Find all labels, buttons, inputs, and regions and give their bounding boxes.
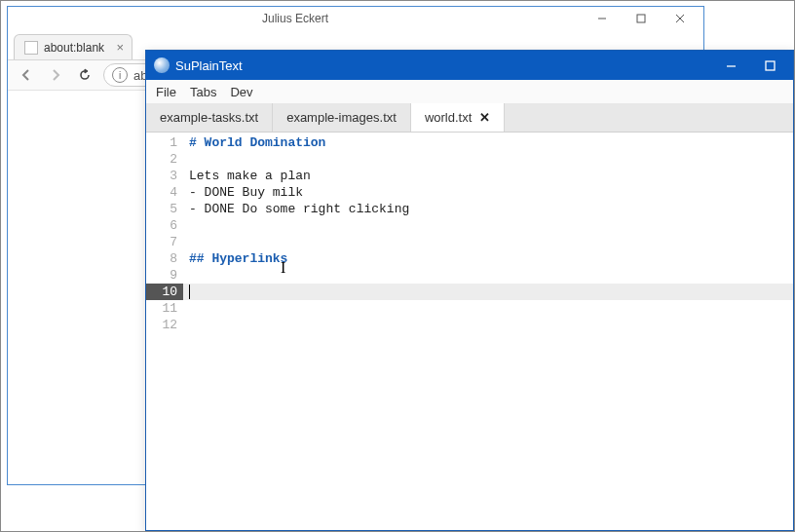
line-number: 12 <box>146 317 183 333</box>
page-icon <box>24 41 38 55</box>
line-number: 2 <box>146 151 183 168</box>
code-line[interactable]: # World Domination <box>183 134 793 151</box>
editor-tabstrip: example-tasks.txtexample-images.txtworld… <box>146 103 793 133</box>
reload-button[interactable] <box>74 64 95 86</box>
line-number: 10 <box>146 284 183 300</box>
info-icon: i <box>112 67 128 83</box>
code-line[interactable] <box>183 284 793 300</box>
editor-window: SuPlainText File Tabs Dev example-tasks.… <box>145 50 794 531</box>
editor-tab-label: example-tasks.txt <box>160 110 258 125</box>
editor-tab-label: world.txt <box>425 110 472 125</box>
code-line[interactable]: - DONE Buy milk <box>183 184 793 201</box>
close-icon[interactable]: ✕ <box>479 110 490 125</box>
code-area[interactable]: I # World DominationLets make a plan- DO… <box>183 133 793 530</box>
menu-tabs[interactable]: Tabs <box>190 85 216 99</box>
svg-rect-1 <box>637 15 645 22</box>
browser-tab-label: about:blank <box>44 41 104 55</box>
line-number: 3 <box>146 168 183 184</box>
tab-close-icon[interactable]: × <box>116 40 124 55</box>
editor-tab[interactable]: world.txt✕ <box>411 103 505 132</box>
menu-file[interactable]: File <box>156 85 176 99</box>
browser-titlebar: Julius Eckert <box>8 7 703 30</box>
editor-app-name: SuPlainText <box>175 58 711 73</box>
browser-window-title: Julius Eckert <box>8 12 583 25</box>
svg-rect-5 <box>766 61 775 70</box>
line-number: 4 <box>146 184 183 201</box>
code-line[interactable]: - DONE Do some right clicking <box>183 201 793 217</box>
code-line[interactable] <box>183 300 793 317</box>
editor-titlebar[interactable]: SuPlainText <box>146 51 793 80</box>
code-line[interactable] <box>183 317 793 333</box>
text-cursor-icon: I <box>281 259 285 277</box>
line-number: 1 <box>146 134 183 151</box>
editor-menubar: File Tabs Dev <box>146 80 793 103</box>
line-number: 8 <box>146 250 183 267</box>
editor-tab-label: example-images.txt <box>286 110 397 125</box>
browser-maximize-button[interactable] <box>622 8 661 29</box>
editor-tab[interactable]: example-tasks.txt <box>146 103 273 132</box>
code-line[interactable] <box>183 151 793 168</box>
code-line[interactable]: ## Hyperlinks <box>183 250 793 267</box>
code-line[interactable] <box>183 267 793 284</box>
code-line[interactable] <box>183 234 793 250</box>
browser-tab[interactable]: about:blank × <box>14 34 132 59</box>
menu-dev[interactable]: Dev <box>230 85 252 99</box>
editor-minimize-button[interactable] <box>711 52 750 79</box>
app-icon <box>154 57 170 73</box>
caret <box>189 285 190 299</box>
editor-body: 123456789101112 I # World DominationLets… <box>146 133 793 530</box>
line-number-gutter: 123456789101112 <box>146 133 183 530</box>
back-button[interactable] <box>16 64 37 86</box>
line-number: 11 <box>146 300 183 317</box>
editor-tab[interactable]: example-images.txt <box>273 103 411 132</box>
browser-minimize-button[interactable] <box>583 8 622 29</box>
forward-button[interactable] <box>45 64 66 86</box>
line-number: 7 <box>146 234 183 250</box>
editor-maximize-button[interactable] <box>750 52 789 79</box>
browser-close-button[interactable] <box>661 8 700 29</box>
code-line[interactable] <box>183 217 793 234</box>
line-number: 9 <box>146 267 183 284</box>
line-number: 5 <box>146 201 183 217</box>
code-line[interactable]: Lets make a plan <box>183 168 793 184</box>
line-number: 6 <box>146 217 183 234</box>
